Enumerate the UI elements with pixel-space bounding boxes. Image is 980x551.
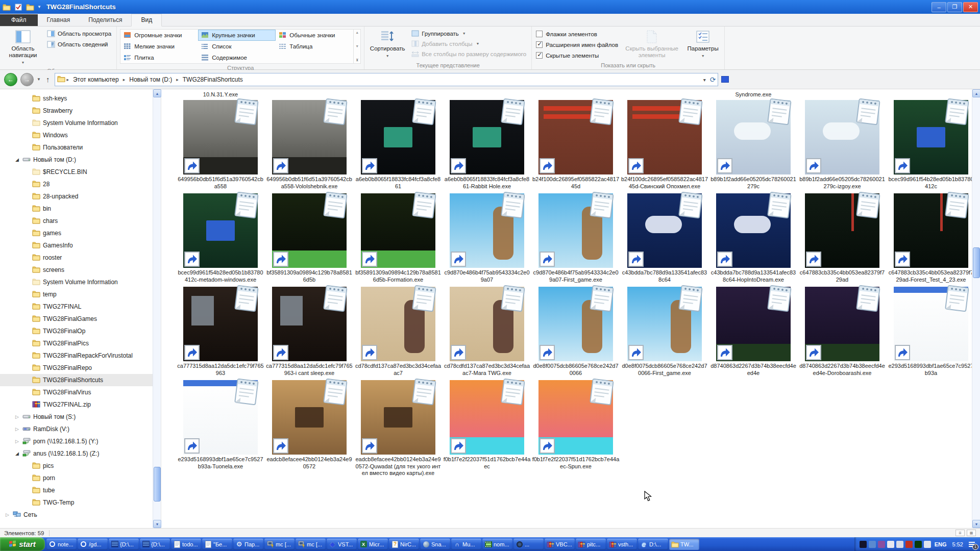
layout-scrollbar[interactable]: ▲ ▼ ⊻	[353, 30, 360, 63]
tab-share[interactable]: Поделиться	[79, 14, 131, 26]
sidebar-item-сеть[interactable]: ▷Сеть	[0, 509, 153, 521]
hidden-items-option[interactable]: Скрытые элементы	[535, 51, 619, 60]
device-tray-icon[interactable]	[887, 541, 894, 548]
file-tile[interactable]: c43bdda7bc788d9a133541afec838c64-HopInto…	[709, 193, 798, 283]
taskbar-button-todo...[interactable]: todo...	[171, 539, 201, 550]
taskbar-button-note...[interactable]: note...	[46, 539, 77, 550]
search-box[interactable]	[721, 76, 729, 83]
layout-more-icon[interactable]: ⊻	[356, 58, 358, 62]
sidebar-item-tube[interactable]: tube	[0, 484, 153, 496]
file-tile[interactable]: bf35891309a09894c129b78a85816d5b	[265, 193, 354, 283]
group-by-button[interactable]: Группировать▼	[409, 29, 528, 38]
taskbar-button-d-...[interactable]: eD:\...	[638, 539, 668, 550]
sidebar-item-rooster[interactable]: rooster	[0, 252, 153, 264]
forward-button[interactable]: →	[20, 73, 34, 86]
file-tile[interactable]: d8740863d2267d3b74b38eecfd4eed4e	[709, 287, 798, 377]
sidebar-item-bin[interactable]: bin	[0, 203, 153, 215]
sidebar-item-28-unpacked[interactable]: 28-unpacked	[0, 190, 153, 203]
sidebar-item-system-volume-information[interactable]: System Volume Information	[0, 117, 153, 129]
sidebar-item-anus-192.168.1.5-z[interactable]: ◢anus (\\192.168.1.5) (Z:)	[0, 447, 153, 460]
tab-file[interactable]: Файл	[0, 14, 38, 26]
sidebar-item-chars[interactable]: chars	[0, 215, 153, 227]
sidebar-item-twg28finalrepo[interactable]: TWG28FinalRepo	[0, 362, 153, 374]
address-bar[interactable]: Этот компьютер Новый том (D:) TWG28Final…	[55, 73, 718, 86]
chevron-open-icon[interactable]: ◢	[14, 157, 20, 162]
file-tile[interactable]: ca777315d8aa12da5dc1efc79f765963-i cant …	[265, 287, 354, 377]
app-tray-icon[interactable]	[860, 541, 867, 548]
breadcrumb-this-pc[interactable]: Этот компьютер	[70, 76, 122, 83]
file-tile[interactable]: eadcb8efacee42bb0124eb3a24e90572-Quwadat…	[354, 380, 443, 477]
qat-properties-button[interactable]	[14, 3, 23, 12]
file-tile[interactable]: d0e8f0075dcb86605e768ce242d70066-First_g…	[620, 287, 709, 377]
sidebar-item-twg28finalvirus[interactable]: TWG28FinalVirus	[0, 386, 153, 398]
taskbar-button-...[interactable]: ...	[513, 539, 544, 550]
view-medium-icons[interactable]: Обычные значки	[276, 30, 353, 41]
sidebar-item-twg28finalshortcuts[interactable]: TWG28FinalShortcuts	[0, 374, 153, 386]
terminal-tray-icon[interactable]	[915, 541, 922, 548]
sidebar-item-system-volume-information[interactable]: System Volume Information	[0, 276, 153, 288]
taskbar-button-d-...[interactable]: {D:\...	[109, 539, 139, 550]
sidebar-item-porn-192.168.1.5-y[interactable]: ▷porn (\\192.168.1.5) (Y:)	[0, 435, 153, 447]
navigation-pane-button[interactable]: Область навигации ▼	[3, 28, 43, 67]
file-tile[interactable]: 649956b0db51f6d51a39760542cba558-Vololsh…	[265, 100, 354, 190]
file-tile[interactable]: bcec99d961f54b28ed05b1b83780412c	[887, 100, 972, 190]
file-tile[interactable]: ca777315d8aa12da5dc1efc79f765963	[176, 287, 265, 377]
item-checkboxes-option[interactable]: Флажки элементов	[535, 30, 619, 38]
minimize-button[interactable]: –	[932, 2, 946, 12]
sidebar-item-ramdisk-v[interactable]: ▷RamDisk (V:)	[0, 423, 153, 435]
hidden-items-checkbox[interactable]	[536, 52, 543, 59]
details-pane-button[interactable]: Область сведений	[45, 40, 113, 49]
file-tile[interactable]: e293d5168993dbf1ae65ce7c9527b93a-Tuonela…	[176, 380, 265, 477]
view-list[interactable]: Список	[198, 41, 276, 52]
sidebar-item-twg28finalop[interactable]: TWG28FinalOp	[0, 325, 153, 337]
view-large-icons[interactable]: Крупные значки	[198, 30, 276, 41]
taskbar-button-mc-...[interactable]: mc [...	[296, 539, 326, 550]
chevron-closed-icon[interactable]: ▷	[4, 512, 11, 517]
taskbar-button-pitc...[interactable]: pitc...	[576, 539, 606, 550]
file-tile[interactable]: d0e8f0075dcb86605e768ce242d70066	[531, 287, 620, 377]
sidebar-item-новый-том-s[interactable]: ▷Новый том (S:)	[0, 411, 153, 423]
file-tile[interactable]: bcec99d961f54b28ed05b1b83780412c-metadom…	[176, 193, 265, 283]
chevron-closed-icon[interactable]: ▷	[14, 439, 20, 444]
sidebar-item-strawberry[interactable]: Strawberry	[0, 105, 153, 117]
file-tile[interactable]: e293d5168993dbf1ae65ce7c9527b93a	[887, 287, 972, 377]
sidebar-item-28[interactable]: 28	[0, 178, 153, 190]
taskbar-button-vsth...[interactable]: vsth...	[607, 539, 637, 550]
network-globe-tray-icon[interactable]	[869, 541, 876, 548]
sidebar-item-twg27final[interactable]: TWG27FINAL	[0, 300, 153, 313]
details-view-toggle[interactable]: ≣	[955, 530, 965, 536]
qat-customize-button[interactable]: ▼	[37, 5, 41, 9]
tab-view[interactable]: Вид	[131, 14, 162, 27]
file-tile[interactable]: c647883cb335c4bb053ea82379f729ad-Forest_…	[887, 193, 972, 283]
file-tile[interactable]: bf35891309a09894c129b78a85816d5b-Formati…	[354, 193, 443, 283]
up-button[interactable]: ↑	[44, 75, 52, 84]
maximize-button[interactable]: ❐	[947, 2, 962, 12]
address-dropdown-icon[interactable]	[703, 76, 706, 83]
item-checkboxes-checkbox[interactable]	[536, 31, 543, 37]
tree-scroll-down-icon[interactable]: ▼	[153, 520, 161, 528]
taskbar-button-gd...[interactable]: /gd...	[78, 539, 108, 550]
file-tile[interactable]: b24f100dc26895ef0585822ac481745d-Свински…	[620, 100, 709, 190]
grid-scroll-down-icon[interactable]: ▼	[972, 520, 980, 528]
taskbar-button-бе...[interactable]: "Бе...	[202, 539, 232, 550]
sidebar-item-twg28finalgames[interactable]: TWG28FinalGames	[0, 313, 153, 325]
close-button[interactable]: ✕	[963, 2, 978, 12]
view-details[interactable]: Таблица	[276, 41, 353, 52]
microphone-tray-icon[interactable]	[924, 541, 931, 548]
layout-scroll-down-icon[interactable]: ▼	[355, 44, 359, 48]
sidebar-item-games[interactable]: games	[0, 227, 153, 239]
grid-scroll-up-icon[interactable]: ▲	[972, 89, 980, 97]
preview-pane-button[interactable]: Область просмотра	[45, 29, 113, 38]
file-tile[interactable]: b24f100dc26895ef0585822ac481745d	[531, 100, 620, 190]
thumbnails-view-toggle[interactable]: ▦	[967, 530, 976, 536]
file-tile[interactable]: c9d870e486b4f75ab9543334c2e09a07	[443, 193, 531, 283]
recent-locations-dropdown[interactable]: ▼	[37, 77, 41, 82]
language-indicator[interactable]: ENG	[935, 541, 947, 547]
file-extensions-checkbox[interactable]	[536, 41, 543, 48]
view-tiles[interactable]: Плитка	[120, 52, 198, 63]
sidebar-item-gamesinfo[interactable]: GamesInfo	[0, 239, 153, 252]
view-small-icons[interactable]: Мелкие значки	[120, 41, 198, 52]
taskbar-button-tw...[interactable]: TW...	[669, 539, 699, 550]
sidebar-item-windows[interactable]: Windows	[0, 129, 153, 141]
notification-icon[interactable]: 1	[968, 540, 976, 548]
